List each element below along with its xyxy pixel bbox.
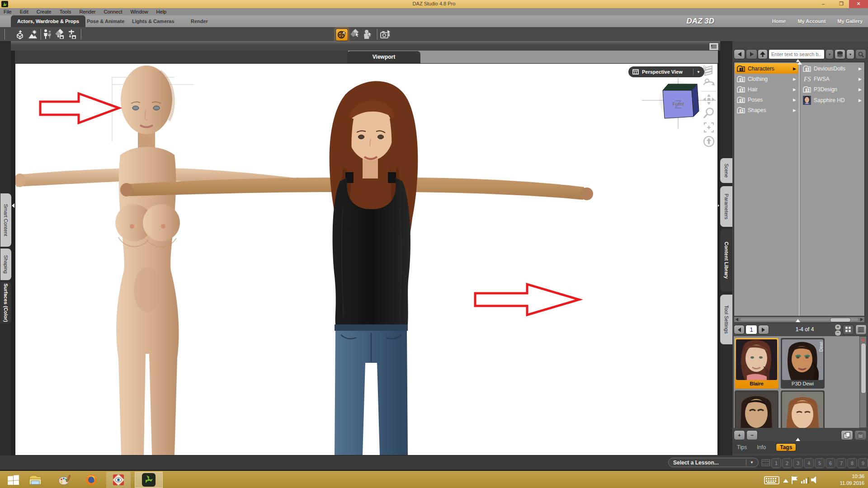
universal-tool-button[interactable] — [335, 28, 348, 41]
scrollbar-thumb[interactable] — [830, 318, 851, 322]
figure-left[interactable] — [15, 66, 303, 455]
new-prop-button[interactable] — [14, 28, 26, 40]
menu-edit[interactable]: Edit — [20, 9, 28, 14]
scroll-right-icon[interactable] — [859, 318, 864, 321]
pane-options-button-viewport[interactable] — [709, 42, 719, 51]
category-shapes[interactable]: S Shapes▶ — [735, 105, 798, 115]
link-my-gallery[interactable]: My Gallery — [837, 15, 863, 27]
viewport-canvas[interactable] — [15, 63, 718, 455]
tab-tool-settings[interactable]: Tool Settings — [720, 295, 732, 344]
draw-style-icon[interactable] — [701, 64, 717, 76]
splitter-marker[interactable] — [797, 61, 802, 65]
paint-button[interactable] — [55, 472, 73, 488]
scroll-left-icon[interactable] — [735, 318, 739, 321]
filmstrip-icon[interactable] — [761, 459, 770, 466]
database-dropdown[interactable]: ▼ — [846, 49, 854, 59]
tab-tags[interactable]: Tags — [776, 443, 796, 451]
menu-create[interactable]: Create — [37, 9, 52, 14]
tab-scene[interactable]: Scene — [720, 158, 732, 183]
tab-parameters[interactable]: Parameters — [720, 186, 732, 227]
lesson-page-1[interactable]: 1 — [771, 458, 781, 468]
camera-tool-button[interactable] — [380, 28, 392, 40]
product-card-blaire[interactable]: Blaire — [735, 338, 778, 389]
tab-info[interactable]: Info — [757, 444, 766, 450]
save-wearables-button[interactable] — [54, 28, 66, 40]
menu-render[interactable]: Render — [79, 9, 95, 14]
tray-expand-icon[interactable] — [783, 479, 788, 483]
vendor-deviousdolls[interactable]: S DeviousDolls▶ — [801, 63, 863, 74]
category-poses[interactable]: S Poses▶ — [735, 94, 798, 105]
pan-icon[interactable] — [701, 93, 717, 106]
tab-surfaces-color[interactable]: Surfaces (Color) — [0, 282, 11, 324]
tab-lights-cameras[interactable]: Lights & Cameras — [126, 15, 181, 27]
list-view-button[interactable] — [855, 324, 867, 335]
minimize-button[interactable]: – — [816, 0, 830, 8]
tab-actors-wardrobe-props[interactable]: Actors, Wardrobe & Props — [11, 15, 85, 27]
product-card-3[interactable] — [735, 390, 778, 428]
add-figure-button[interactable] — [42, 28, 53, 40]
search-go-button[interactable] — [855, 49, 866, 59]
vendor-fwsa[interactable]: FS FWSA▶ — [801, 74, 863, 84]
scroll-up-icon[interactable] — [861, 338, 865, 341]
paste-button[interactable] — [854, 430, 867, 440]
new-environment-button[interactable] — [27, 28, 38, 40]
frame-icon[interactable] — [701, 121, 717, 134]
tab-pose-animate[interactable]: Pose & Animate — [80, 15, 131, 27]
category-characters[interactable]: S Characters▶ — [735, 63, 798, 74]
firefox-button[interactable] — [82, 472, 100, 488]
menu-tools[interactable]: Tools — [60, 9, 71, 14]
menu-help[interactable]: Help — [156, 9, 167, 14]
zoom-out-thumbs-button[interactable]: − — [835, 330, 841, 336]
tab-content-library[interactable]: Content Library — [720, 229, 732, 291]
viewport-tab[interactable]: Viewport — [347, 51, 420, 63]
start-button[interactable] — [4, 472, 24, 488]
zoom-icon[interactable] — [701, 107, 717, 120]
lesson-page-7[interactable]: 7 — [836, 458, 846, 468]
lesson-page-4[interactable]: 4 — [804, 458, 814, 468]
vendor-p3design[interactable]: S P3Design▶ — [801, 84, 863, 94]
category-clothing[interactable]: S Clothing▶ — [735, 74, 798, 84]
page-number-input[interactable]: 1 — [745, 325, 757, 334]
menu-connect[interactable]: Connect — [104, 9, 123, 14]
network-signal-icon[interactable] — [801, 477, 809, 483]
nav-back-button[interactable] — [734, 49, 745, 59]
touch-keyboard-icon[interactable] — [764, 476, 779, 484]
file-explorer-button[interactable] — [26, 472, 44, 488]
tab-shaping[interactable]: Shaping — [0, 249, 11, 280]
copy-button[interactable] — [841, 430, 853, 440]
page-prev-button[interactable] — [734, 325, 745, 334]
splitter-marker[interactable] — [796, 438, 800, 441]
restore-button[interactable]: ❐ — [835, 0, 848, 8]
nav-up-button[interactable] — [758, 49, 768, 59]
link-my-account[interactable]: My Account — [797, 15, 826, 27]
clock[interactable]: 10:36 11.09.2016 — [840, 473, 864, 487]
add-category-button[interactable]: + — [734, 430, 745, 440]
tab-smart-content[interactable]: Smart Content — [0, 193, 11, 247]
remove-category-button[interactable]: − — [746, 430, 758, 440]
left-pane-collapse-handle[interactable] — [12, 203, 14, 208]
close-button[interactable]: ✕ — [849, 0, 868, 8]
menu-file[interactable]: File — [4, 9, 12, 14]
view-selector[interactable]: Perspective View ▼ — [628, 66, 704, 77]
lesson-page-5[interactable]: 5 — [815, 458, 825, 468]
category-hair[interactable]: S Hair▶ — [735, 84, 798, 94]
figure-right[interactable] — [120, 81, 593, 455]
image-viewer-button[interactable] — [106, 472, 131, 488]
save-pose-button[interactable] — [66, 28, 78, 40]
link-home[interactable]: Home — [772, 15, 786, 27]
vendor-sapphire-hd[interactable]: Sapphire HD▶ — [801, 94, 863, 106]
daz-studio-taskbar-button[interactable] — [135, 472, 163, 488]
scrollbar-thumb[interactable] — [861, 343, 866, 394]
orbit-icon[interactable] — [701, 77, 717, 89]
product-card-p3d-dewi[interactable]: Dewi P3D Dewi — [781, 338, 825, 389]
grid-view-button[interactable] — [843, 324, 854, 335]
zoom-in-thumbs-button[interactable]: + — [835, 324, 841, 330]
search-history-dropdown[interactable]: ▼ — [826, 49, 834, 59]
search-input[interactable] — [769, 49, 825, 59]
aim-home-icon[interactable] — [701, 135, 717, 148]
database-view-button[interactable] — [835, 49, 845, 59]
tab-render[interactable]: Render — [184, 15, 214, 27]
splitter-marker[interactable] — [796, 319, 800, 322]
lesson-page-6[interactable]: 6 — [826, 458, 835, 468]
surface-selection-tool-button[interactable] — [349, 28, 361, 40]
